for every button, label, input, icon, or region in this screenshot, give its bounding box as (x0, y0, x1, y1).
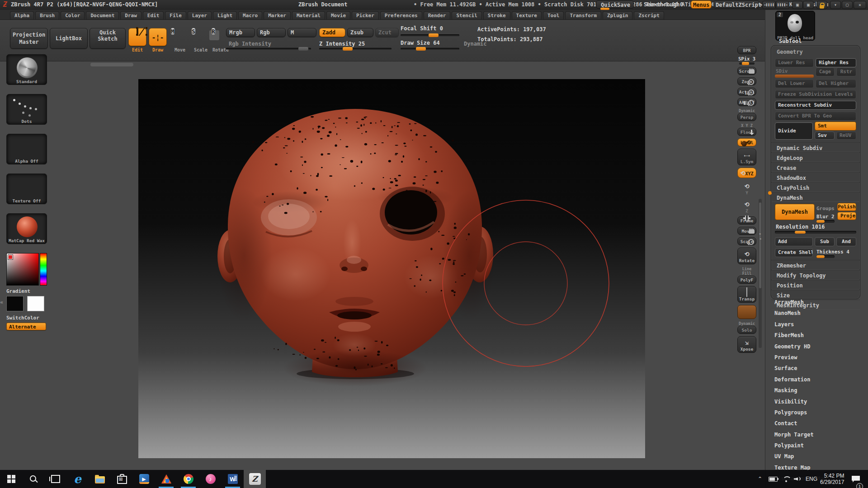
collapsed-palette-section[interactable]: UV Map (774, 453, 865, 464)
paint-app-taskbar-button[interactable] (155, 470, 177, 488)
del-higher-button[interactable]: Del Higher (816, 79, 856, 88)
chrome-taskbar-button[interactable] (177, 470, 199, 488)
zscript-scrub-left-button[interactable]: ◂❚❚❚❚ (762, 1, 776, 9)
menu-item[interactable]: Render (424, 11, 451, 19)
add-mode-button[interactable]: Add (775, 237, 813, 246)
z-intensity-handle[interactable] (343, 47, 353, 51)
canvas-horizontal-scrollbar[interactable] (90, 63, 133, 66)
m-button[interactable]: M (288, 28, 316, 37)
tray-chevron-button[interactable]: ⌃ (758, 470, 762, 488)
collapsed-subsection[interactable]: ZRemesher (771, 260, 860, 270)
next-document-button[interactable]: ▣ (803, 1, 814, 9)
menu-item[interactable]: Zscript (634, 11, 664, 19)
clock[interactable]: 5:42 PM 6/29/2017 (820, 470, 844, 488)
menu-item[interactable]: Preferences (380, 11, 422, 19)
current-brush-thumbnail[interactable]: Standard (6, 54, 47, 85)
zcut-button[interactable]: Zcut (375, 28, 399, 37)
shelf-button-z[interactable]: ⟲Z (737, 198, 756, 214)
zsub-button[interactable]: Zsub (347, 28, 373, 37)
resolution-handle[interactable] (795, 231, 806, 234)
subtool-section-header[interactable]: SubTool (779, 38, 802, 44)
zscript-scrub-right-button[interactable]: ❚❚❚❚▸ (776, 1, 789, 9)
minimize-button[interactable]: ▾ (830, 1, 841, 9)
freeze-subdivision-button[interactable]: Freeze SubDivision Levels (775, 90, 856, 99)
menu-item[interactable]: Zplugin (603, 11, 632, 19)
reuv-button[interactable]: ReUV (836, 131, 856, 140)
language-indicator[interactable]: ENG (806, 470, 817, 488)
lower-res-button[interactable]: Lower Res (775, 58, 814, 67)
menu-item[interactable]: Tool (543, 11, 564, 19)
menu-item[interactable]: Macro (238, 11, 262, 19)
current-material-thumbnail[interactable]: MatCap Red Wax (6, 213, 47, 244)
shelf-button-bpr[interactable]: BPR (737, 46, 756, 54)
hue-strip[interactable] (40, 253, 47, 286)
shelf-button-rotate[interactable]: ⟲Rotate (737, 248, 756, 264)
collapsed-subsection[interactable]: Crease (771, 162, 860, 172)
zadd-button[interactable]: Zadd (319, 28, 345, 37)
shelf-button-aahalf[interactable]: AAHalf (737, 98, 756, 106)
menu-item[interactable]: Picker (352, 11, 379, 19)
divide-button[interactable]: Divide (775, 122, 813, 140)
menus-button[interactable]: Menus (691, 0, 712, 9)
sub-mode-button[interactable]: Sub (815, 237, 835, 246)
close-button[interactable]: ✕ (854, 1, 866, 9)
rgb-intensity-label[interactable]: Rgb Intensity (229, 41, 271, 47)
menu-item[interactable]: Material (292, 11, 325, 19)
groups-toggle[interactable]: Groups (816, 206, 835, 211)
menu-item[interactable]: Color (61, 11, 85, 19)
shelf-button-floor[interactable]: X Y ZFloor (737, 123, 756, 136)
collapsed-palette-section[interactable]: Polypaint (774, 442, 865, 453)
volume-indicator[interactable] (794, 470, 801, 488)
switch-color-label[interactable]: SwitchColor (6, 315, 47, 321)
blur-slider[interactable] (816, 220, 835, 223)
shelf-button-scroll[interactable]: Scroll (737, 67, 756, 75)
resolution-slider-label[interactable]: Resolution 1016 (776, 224, 825, 230)
previous-document-button[interactable]: ▣ (792, 1, 803, 9)
higher-res-button[interactable]: Higher Res (816, 58, 856, 67)
focal-shift-label[interactable]: Focal Shift 0 (401, 25, 443, 32)
convert-bpr-button[interactable]: Convert BPR To Geo (775, 112, 856, 121)
file-explorer-taskbar-button[interactable] (89, 470, 111, 488)
menu-item[interactable]: File (165, 11, 186, 19)
canvas-document[interactable] (138, 79, 645, 458)
menu-item[interactable]: Stencil (452, 11, 481, 19)
dynamesh-button[interactable]: DynaMesh (775, 204, 815, 220)
projection-master-button[interactable]: Projection Master (10, 28, 48, 49)
start-button[interactable] (0, 470, 22, 488)
task-view-button[interactable] (44, 470, 66, 488)
rgb-button[interactable]: Rgb (257, 28, 286, 37)
collapsed-palette-section[interactable]: Geometry HD (774, 343, 865, 354)
menu-item[interactable]: Edit (143, 11, 164, 19)
collapsed-palette-section[interactable]: Morph Target (774, 432, 865, 442)
shelf-button-grid2[interactable] (737, 305, 756, 319)
shelf-button-polyf[interactable]: Line FillPolyF (737, 267, 756, 284)
del-lower-button[interactable]: Del Lower (775, 79, 814, 88)
restore-button[interactable]: ▢ (842, 1, 853, 9)
collapsed-palette-section[interactable]: Preview (774, 354, 865, 365)
scale-button[interactable]: S (192, 26, 210, 44)
battery-indicator[interactable] (769, 470, 778, 488)
menu-item[interactable]: Draw (120, 11, 142, 19)
sdiv-slider[interactable] (775, 75, 814, 78)
itunes-taskbar-button[interactable]: ♪ (199, 470, 222, 488)
collapsed-subsection[interactable]: Size (771, 290, 860, 300)
collapsed-palette-section[interactable]: ArrayMesh (774, 299, 865, 310)
current-stroke-thumbnail[interactable]: Dots (6, 94, 47, 125)
blur-slider-label[interactable]: Blur 2 (816, 214, 835, 220)
collapsed-palette-section[interactable]: Visibility (774, 399, 865, 409)
draw-size-slider[interactable] (401, 48, 459, 50)
shelf-button-zoom[interactable]: Zoom (737, 77, 756, 85)
thickness-slider-label[interactable]: Thickness 4 (816, 249, 849, 255)
spix-slider-track[interactable] (739, 62, 755, 65)
edit-button[interactable] (128, 28, 146, 46)
current-texture-thumbnail[interactable]: Texture Off (6, 174, 47, 204)
collapsed-subsection[interactable]: Modify Topology (771, 270, 860, 280)
geometry-section-header[interactable]: Geometry (777, 49, 803, 55)
shelf-button-transp[interactable]: Transp (737, 286, 756, 303)
edge-taskbar-button[interactable]: e (66, 470, 89, 488)
focal-shift-handle[interactable] (429, 33, 439, 37)
menu-item[interactable]: Brush (35, 11, 59, 19)
menu-item[interactable]: Layer (188, 11, 212, 19)
shelf-button-scale[interactable]: Scale (737, 237, 756, 245)
main-color-swatch[interactable] (6, 296, 24, 311)
